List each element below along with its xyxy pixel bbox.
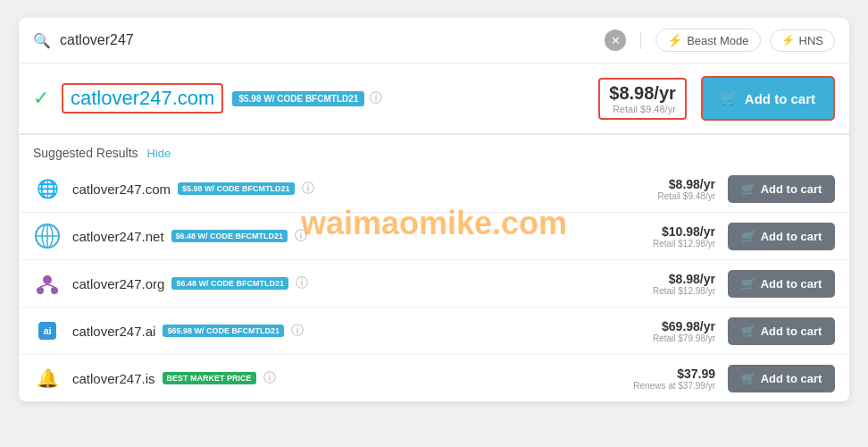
add-to-cart-button-4[interactable]: 🛒 Add to cart bbox=[728, 365, 835, 392]
svg-point-5 bbox=[37, 287, 44, 294]
info-icon[interactable]: ⓘ bbox=[296, 275, 308, 291]
add-to-cart-button-1[interactable]: 🛒 Add to cart bbox=[728, 223, 835, 250]
cart-icon: 🛒 bbox=[741, 372, 755, 385]
result-row: catlover247.org $6.48 W/ CODE BFCMTLD21 … bbox=[19, 260, 849, 308]
featured-price-wrap: $8.98/yr Retail $9.48/yr bbox=[598, 78, 687, 120]
domain-name: catlover247.com bbox=[72, 181, 171, 197]
suggested-header: Suggested Results Hide bbox=[19, 135, 849, 165]
info-icon[interactable]: ⓘ bbox=[370, 90, 382, 106]
result-row: 🔔 catlover247.is BEST MARKET PRICE ⓘ $37… bbox=[19, 355, 849, 401]
svg-line-8 bbox=[47, 284, 54, 287]
row-price-wrap: $8.98/yr Retail $12.98/yr bbox=[626, 272, 715, 296]
row-price-wrap: $8.98/yr Retail $9.48/yr bbox=[626, 177, 715, 201]
featured-add-to-cart-button[interactable]: 🛒 Add to cart bbox=[701, 76, 835, 121]
cart-icon: 🛒 bbox=[741, 277, 755, 291]
row-price: $10.98/yr bbox=[626, 224, 715, 239]
featured-promo-badge: $5.98 W/ CODE BFCMTLD21 bbox=[232, 91, 364, 106]
domain-name: catlover247.net bbox=[72, 229, 164, 244]
search-icon: 🔍 bbox=[33, 32, 51, 49]
featured-add-to-cart-label: Add to cart bbox=[745, 91, 815, 106]
cart-icon: 🛒 bbox=[741, 325, 755, 338]
svg-point-6 bbox=[51, 287, 58, 294]
beast-icon: ⚡ bbox=[667, 33, 682, 47]
info-icon[interactable]: ⓘ bbox=[291, 323, 304, 339]
featured-price: $8.98/yr bbox=[609, 83, 676, 104]
search-bar: 🔍 ✕ ⚡ Beast Mode ⚡ HNS bbox=[19, 18, 849, 63]
cart-icon: 🛒 bbox=[741, 230, 755, 243]
add-to-cart-button-2[interactable]: 🛒 Add to cart bbox=[728, 270, 835, 298]
hns-label: HNS bbox=[799, 34, 823, 47]
hns-button[interactable]: ⚡ HNS bbox=[770, 30, 835, 52]
featured-domain[interactable]: catlover247.com bbox=[62, 83, 223, 114]
results-list: 🌐 catlover247.com $5.98 W/ CODE BFCMTLD2… bbox=[19, 165, 849, 401]
domain-name: catlover247.org bbox=[72, 276, 164, 291]
add-to-cart-label: Add to cart bbox=[761, 277, 822, 291]
checkmark-icon: ✓ bbox=[33, 87, 49, 110]
promo-badge: $65.98 W/ CODE BFCMTLD21 bbox=[163, 325, 284, 337]
promo-badge: $5.98 W/ CODE BFCMTLD21 bbox=[178, 182, 295, 195]
domain-name: catlover247.ai bbox=[72, 324, 155, 339]
svg-line-7 bbox=[40, 284, 47, 287]
info-icon[interactable]: ⓘ bbox=[263, 370, 276, 386]
tld-icon bbox=[33, 269, 62, 298]
result-row: 🌐 catlover247.com $5.98 W/ CODE BFCMTLD2… bbox=[19, 165, 849, 213]
row-price: $8.98/yr bbox=[626, 272, 715, 286]
info-icon[interactable]: ⓘ bbox=[302, 181, 314, 197]
tld-icon: 🔔 bbox=[33, 364, 62, 392]
svg-point-4 bbox=[43, 275, 52, 284]
promo-badge: $6.48 W/ CODE BFCMTLD21 bbox=[171, 230, 288, 242]
row-price-wrap: $69.98/yr Retail $79.98/yr bbox=[626, 319, 715, 343]
svg-text:ai: ai bbox=[43, 325, 51, 336]
add-to-cart-label: Add to cart bbox=[761, 372, 822, 385]
suggested-label: Suggested Results bbox=[33, 146, 138, 160]
cart-icon: 🛒 bbox=[721, 90, 738, 106]
row-price-wrap: $37.99 Renews at $37.99/yr bbox=[626, 367, 715, 391]
main-container: 🔍 ✕ ⚡ Beast Mode ⚡ HNS ✓ catlover247.com… bbox=[19, 18, 849, 401]
promo-badge: $6.48 W/ CODE BFCMTLD21 bbox=[171, 277, 288, 290]
cart-icon: 🛒 bbox=[741, 182, 755, 196]
featured-result: ✓ catlover247.com $5.98 W/ CODE BFCMTLD2… bbox=[19, 63, 849, 135]
result-row: ai catlover247.ai $65.98 W/ CODE BFCMTLD… bbox=[19, 308, 849, 355]
search-input[interactable] bbox=[60, 32, 596, 48]
beast-mode-label: Beast Mode bbox=[687, 34, 748, 47]
clear-button[interactable]: ✕ bbox=[605, 30, 626, 51]
add-to-cart-label: Add to cart bbox=[761, 182, 822, 196]
row-price-wrap: $10.98/yr Retail $12.98/yr bbox=[626, 224, 715, 249]
row-price: $37.99 bbox=[626, 367, 715, 381]
row-retail-price: Retail $12.98/yr bbox=[626, 239, 715, 249]
add-to-cart-button-0[interactable]: 🛒 Add to cart bbox=[728, 175, 835, 203]
tld-icon bbox=[33, 222, 62, 250]
row-price: $8.98/yr bbox=[626, 177, 715, 191]
featured-retail-price: Retail $9.48/yr bbox=[609, 104, 676, 114]
info-icon[interactable]: ⓘ bbox=[295, 228, 307, 244]
row-price: $69.98/yr bbox=[626, 319, 715, 333]
add-to-cart-label: Add to cart bbox=[761, 230, 822, 243]
add-to-cart-label: Add to cart bbox=[761, 325, 822, 338]
add-to-cart-button-3[interactable]: 🛒 Add to cart bbox=[728, 317, 835, 345]
result-row: catlover247.net $6.48 W/ CODE BFCMTLD21 … bbox=[19, 213, 849, 260]
beast-mode-button[interactable]: ⚡ Beast Mode bbox=[655, 29, 760, 52]
hide-link[interactable]: Hide bbox=[147, 147, 171, 160]
tld-icon: ai bbox=[33, 316, 62, 345]
tld-icon: 🌐 bbox=[33, 174, 62, 203]
row-retail-price: Retail $79.98/yr bbox=[626, 333, 715, 343]
row-retail-price: Retail $12.98/yr bbox=[626, 286, 715, 296]
domain-name: catlover247.is bbox=[72, 371, 155, 386]
row-retail-price: Renews at $37.99/yr bbox=[626, 381, 715, 391]
row-retail-price: Retail $9.48/yr bbox=[626, 191, 715, 201]
promo-badge: BEST MARKET PRICE bbox=[163, 372, 256, 384]
divider bbox=[640, 31, 641, 49]
hns-icon: ⚡ bbox=[781, 34, 795, 46]
